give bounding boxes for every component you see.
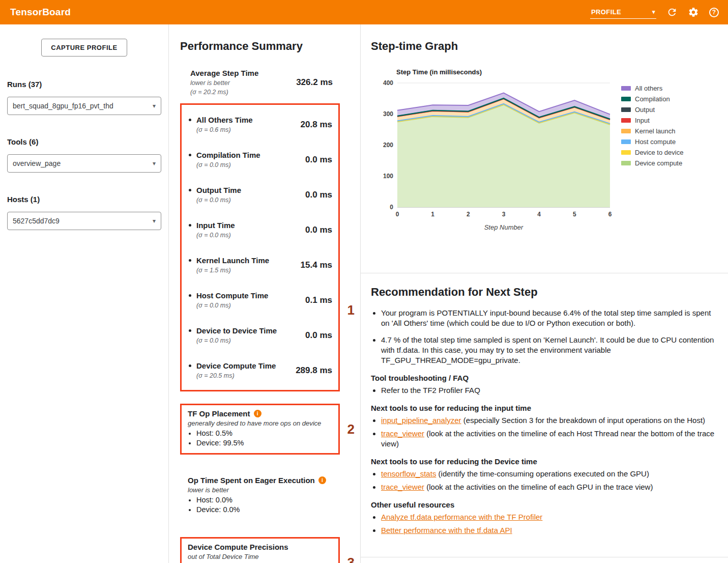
metric-value: 0.1 ms: [305, 295, 332, 305]
metric-label: Output Time: [196, 185, 241, 195]
other-resources-header: Other useful resources: [371, 500, 716, 509]
dashboard-selector[interactable]: PROFILE ▾: [590, 6, 656, 19]
legend-label: Compilation: [635, 95, 670, 103]
metric-sigma: (σ = 0.0 ms): [196, 336, 277, 345]
metric-sigma: (σ = 0.0 ms): [196, 161, 260, 169]
annotation-number-3: 3: [347, 555, 355, 563]
runs-label: Runs (37): [7, 80, 161, 89]
chart-legend: All othersCompilationOutputInputKernel l…: [621, 83, 683, 168]
legend-label: All others: [635, 85, 662, 92]
metric-sigma: (σ = 20.5 ms): [196, 372, 276, 380]
metric-value: 0.0 ms: [305, 190, 332, 200]
refresh-icon[interactable]: [666, 7, 678, 18]
legend-item: Compilation: [621, 94, 683, 104]
metric-label: Kernel Launch Time: [196, 256, 269, 265]
legend-label: Input: [635, 117, 650, 124]
trace-viewer-link[interactable]: trace_viewer: [381, 483, 424, 491]
metric-label: Average Step Time: [190, 68, 296, 78]
metric-sigma: (σ = 1.5 ms): [196, 266, 269, 274]
metric-value: 0.0 ms: [305, 330, 332, 341]
chevron-down-icon: ▾: [652, 9, 655, 15]
info-icon[interactable]: i: [318, 476, 326, 484]
tensorflow-stats-link[interactable]: tensorflow_stats: [381, 469, 436, 478]
tools-dropdown[interactable]: overview_page ▾: [7, 154, 161, 173]
legend-item: All others: [621, 83, 683, 94]
svg-text:2: 2: [467, 211, 470, 218]
list-item: Analyze tf.data performance with the TF …: [381, 512, 716, 522]
svg-text:Step Number: Step Number: [484, 223, 523, 231]
svg-text:6: 6: [608, 211, 612, 218]
trace-viewer-link[interactable]: trace_viewer: [381, 429, 424, 438]
metric-label: Compilation Time: [196, 150, 260, 160]
eager-execution-title: Op Time Spent on Eager Execution: [188, 476, 315, 485]
metric-sigma: (σ = 0.6 ms): [196, 126, 253, 134]
eager-execution-block: Op Time Spent on Eager Execution i lower…: [180, 472, 340, 520]
legend-item: Device compute: [621, 158, 683, 168]
tfdata-performance-link[interactable]: Analyze tf.data performance with the TF …: [381, 513, 542, 521]
annotation-box-3: Device Compute Precisions out of Total D…: [180, 537, 340, 563]
bullet-icon: [189, 154, 191, 156]
legend-item: Output: [621, 104, 683, 115]
legend-swatch-icon: [621, 150, 631, 155]
svg-text:400: 400: [383, 79, 393, 87]
help-icon[interactable]: ?: [709, 8, 719, 17]
svg-text:100: 100: [383, 173, 393, 180]
metric-row: Host Compute Time(σ = 0.0 ms)0.1 ms: [188, 283, 332, 318]
step-time-graph-card: Step-time Graph Step Time (in millisecon…: [361, 24, 728, 273]
metric-row: Device to Device Time(σ = 0.0 ms)0.0 ms: [188, 318, 332, 353]
metric-value: 0.0 ms: [305, 155, 332, 165]
metric-row: Input Time(σ = 0.0 ms)0.0 ms: [188, 212, 332, 247]
metric-row: Device Compute Time(σ = 20.5 ms)289.8 ms: [188, 353, 332, 388]
header-actions: PROFILE ▾ ?: [590, 6, 719, 19]
average-step-time-row: Average Step Time lower is better (σ = 2…: [180, 68, 340, 96]
svg-text:0: 0: [396, 211, 399, 218]
list-item: trace_viewer (look at the activities on …: [381, 482, 716, 492]
link-description: (especially Section 3 for the breakdown …: [461, 416, 705, 425]
legend-label: Host compute: [635, 138, 676, 146]
tools-dropdown-value: overview_page: [13, 159, 61, 167]
bullet-icon: [189, 224, 191, 227]
metric-note: lower is better: [190, 79, 296, 87]
compute-precisions-title: Device Compute Precisions: [188, 543, 288, 551]
input-pipeline-analyzer-link[interactable]: input_pipeline_analyzer: [381, 416, 461, 425]
svg-text:300: 300: [383, 110, 393, 118]
info-icon[interactable]: i: [254, 410, 261, 417]
runs-dropdown[interactable]: bert_squad_8gpu_fp16_pvt_thd ▾: [7, 97, 161, 115]
legend-swatch-icon: [621, 129, 631, 133]
bullet-icon: [189, 259, 191, 262]
legend-item: Host compute: [621, 136, 683, 147]
capture-profile-button[interactable]: CAPTURE PROFILE: [41, 39, 127, 57]
recommendation-bullet: 4.7 % of the total step time sampled is …: [381, 335, 716, 365]
hosts-dropdown[interactable]: 5627c5dd7dc9 ▾: [7, 212, 161, 230]
metric-sigma: (σ = 0.0 ms): [196, 301, 268, 309]
svg-text:5: 5: [573, 211, 576, 218]
faq-item: Refer to the TF2 Profiler FAQ: [381, 385, 716, 396]
legend-swatch-icon: [621, 139, 631, 144]
metric-row: Compilation Time(σ = 0.0 ms)0.0 ms: [188, 142, 332, 177]
svg-text:0: 0: [390, 204, 393, 211]
legend-swatch-icon: [621, 161, 631, 165]
metric-value: 0.0 ms: [305, 225, 332, 235]
sidebar: CAPTURE PROFILE Runs (37) bert_squad_8gp…: [0, 24, 168, 563]
chevron-down-icon: ▾: [153, 102, 156, 109]
compute-precisions-note: out of Total Device Time: [188, 553, 332, 560]
tf-op-placement-note: generally desired to have more ops on de…: [188, 419, 332, 427]
chart-title: Step Time (in milliseconds): [396, 68, 716, 76]
svg-text:4: 4: [537, 211, 541, 218]
hosts-label: Hosts (1): [7, 195, 161, 204]
metric-row: Kernel Launch Time(σ = 1.5 ms)15.4 ms: [188, 247, 332, 283]
legend-swatch-icon: [621, 118, 631, 123]
legend-item: Input: [621, 115, 683, 126]
annotation-number-1: 1: [347, 302, 355, 318]
list-item: trace_viewer (look at the activities on …: [381, 429, 716, 449]
device-tools-header: Next tools to use for reducing the Devic…: [371, 457, 716, 466]
bullet-icon: [189, 364, 191, 367]
step-time-graph-title: Step-time Graph: [371, 40, 716, 53]
tfdata-api-link[interactable]: Better performance with the tf.data API: [381, 526, 512, 534]
faq-header: Tool troubleshooting / FAQ: [371, 374, 716, 382]
legend-label: Kernel launch: [635, 127, 676, 135]
settings-gear-icon[interactable]: [688, 7, 699, 18]
app-header: TensorBoard PROFILE ▾ ?: [0, 0, 728, 24]
tools-label: Tools (6): [7, 137, 161, 146]
recommendation-title: Recommendation for Next Step: [371, 286, 716, 299]
